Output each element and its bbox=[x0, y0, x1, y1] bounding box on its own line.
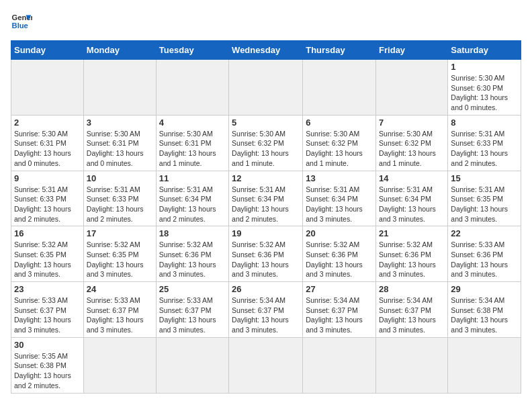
day-of-week-header: Saturday bbox=[448, 41, 521, 60]
day-info: Sunrise: 5:34 AM Sunset: 6:37 PM Dayligh… bbox=[306, 295, 373, 335]
calendar-cell bbox=[229, 337, 303, 393]
day-info: Sunrise: 5:30 AM Sunset: 6:31 PM Dayligh… bbox=[159, 129, 226, 169]
calendar-cell: 4Sunrise: 5:30 AM Sunset: 6:31 PM Daylig… bbox=[156, 115, 228, 171]
day-number: 24 bbox=[87, 284, 153, 294]
day-number: 5 bbox=[232, 118, 300, 128]
day-info: Sunrise: 5:33 AM Sunset: 6:36 PM Dayligh… bbox=[451, 240, 518, 279]
calendar-week-row: 2Sunrise: 5:30 AM Sunset: 6:31 PM Daylig… bbox=[11, 115, 521, 171]
day-of-week-header: Monday bbox=[83, 41, 156, 60]
calendar-week-row: 30Sunrise: 5:35 AM Sunset: 6:38 PM Dayli… bbox=[11, 337, 521, 393]
page-header: General Blue bbox=[11, 11, 521, 32]
calendar-cell: 13Sunrise: 5:31 AM Sunset: 6:34 PM Dayli… bbox=[303, 171, 376, 226]
day-info: Sunrise: 5:31 AM Sunset: 6:33 PM Dayligh… bbox=[451, 129, 518, 169]
day-info: Sunrise: 5:31 AM Sunset: 6:34 PM Dayligh… bbox=[306, 185, 373, 224]
calendar-cell: 7Sunrise: 5:30 AM Sunset: 6:32 PM Daylig… bbox=[376, 115, 448, 171]
calendar-week-row: 23Sunrise: 5:33 AM Sunset: 6:37 PM Dayli… bbox=[11, 282, 521, 338]
calendar-cell bbox=[156, 337, 228, 393]
calendar-body: 1Sunrise: 5:30 AM Sunset: 6:30 PM Daylig… bbox=[11, 60, 521, 394]
calendar-cell: 5Sunrise: 5:30 AM Sunset: 6:32 PM Daylig… bbox=[229, 115, 303, 171]
day-number: 16 bbox=[14, 228, 81, 238]
day-info: Sunrise: 5:32 AM Sunset: 6:36 PM Dayligh… bbox=[306, 240, 373, 279]
day-number: 29 bbox=[451, 284, 518, 294]
day-info: Sunrise: 5:32 AM Sunset: 6:36 PM Dayligh… bbox=[379, 240, 445, 279]
calendar-cell: 24Sunrise: 5:33 AM Sunset: 6:37 PM Dayli… bbox=[83, 282, 156, 338]
calendar-cell: 6Sunrise: 5:30 AM Sunset: 6:32 PM Daylig… bbox=[303, 115, 376, 171]
calendar-cell: 11Sunrise: 5:31 AM Sunset: 6:34 PM Dayli… bbox=[156, 171, 228, 226]
calendar-cell: 2Sunrise: 5:30 AM Sunset: 6:31 PM Daylig… bbox=[11, 115, 84, 171]
day-number: 4 bbox=[159, 118, 226, 128]
day-of-week-header: Thursday bbox=[303, 41, 376, 60]
day-number: 6 bbox=[306, 118, 373, 128]
day-info: Sunrise: 5:31 AM Sunset: 6:33 PM Dayligh… bbox=[14, 185, 81, 224]
calendar-cell: 17Sunrise: 5:32 AM Sunset: 6:35 PM Dayli… bbox=[83, 226, 156, 282]
day-number: 11 bbox=[159, 173, 226, 183]
day-info: Sunrise: 5:31 AM Sunset: 6:34 PM Dayligh… bbox=[379, 185, 445, 224]
day-info: Sunrise: 5:34 AM Sunset: 6:37 PM Dayligh… bbox=[379, 295, 445, 335]
day-number: 12 bbox=[232, 173, 300, 183]
calendar-cell: 20Sunrise: 5:32 AM Sunset: 6:36 PM Dayli… bbox=[303, 226, 376, 282]
logo: General Blue bbox=[11, 11, 32, 32]
calendar-cell bbox=[448, 337, 521, 393]
calendar-cell: 12Sunrise: 5:31 AM Sunset: 6:34 PM Dayli… bbox=[229, 171, 303, 226]
day-info: Sunrise: 5:32 AM Sunset: 6:35 PM Dayligh… bbox=[14, 240, 81, 279]
day-number: 21 bbox=[379, 228, 445, 238]
calendar-cell: 27Sunrise: 5:34 AM Sunset: 6:37 PM Dayli… bbox=[303, 282, 376, 338]
calendar-cell: 16Sunrise: 5:32 AM Sunset: 6:35 PM Dayli… bbox=[11, 226, 84, 282]
day-number: 26 bbox=[232, 284, 300, 294]
day-info: Sunrise: 5:31 AM Sunset: 6:34 PM Dayligh… bbox=[232, 185, 300, 224]
calendar-header-row: SundayMondayTuesdayWednesdayThursdayFrid… bbox=[11, 41, 521, 60]
calendar-cell: 30Sunrise: 5:35 AM Sunset: 6:38 PM Dayli… bbox=[11, 337, 84, 393]
calendar-cell bbox=[11, 60, 84, 116]
day-info: Sunrise: 5:32 AM Sunset: 6:36 PM Dayligh… bbox=[232, 240, 300, 279]
day-number: 18 bbox=[159, 228, 226, 238]
day-number: 30 bbox=[14, 340, 81, 350]
calendar-cell: 19Sunrise: 5:32 AM Sunset: 6:36 PM Dayli… bbox=[229, 226, 303, 282]
calendar-table: SundayMondayTuesdayWednesdayThursdayFrid… bbox=[11, 40, 521, 394]
calendar-cell bbox=[83, 337, 156, 393]
calendar-week-row: 16Sunrise: 5:32 AM Sunset: 6:35 PM Dayli… bbox=[11, 226, 521, 282]
day-info: Sunrise: 5:35 AM Sunset: 6:38 PM Dayligh… bbox=[14, 351, 81, 391]
day-info: Sunrise: 5:34 AM Sunset: 6:37 PM Dayligh… bbox=[232, 295, 300, 335]
calendar-cell bbox=[229, 60, 303, 116]
day-info: Sunrise: 5:32 AM Sunset: 6:35 PM Dayligh… bbox=[87, 240, 153, 279]
day-number: 8 bbox=[451, 118, 518, 128]
calendar-cell: 28Sunrise: 5:34 AM Sunset: 6:37 PM Dayli… bbox=[376, 282, 448, 338]
day-info: Sunrise: 5:34 AM Sunset: 6:38 PM Dayligh… bbox=[451, 295, 518, 335]
calendar-cell bbox=[376, 60, 448, 116]
day-info: Sunrise: 5:33 AM Sunset: 6:37 PM Dayligh… bbox=[14, 295, 81, 335]
day-info: Sunrise: 5:30 AM Sunset: 6:31 PM Dayligh… bbox=[14, 129, 81, 169]
day-info: Sunrise: 5:32 AM Sunset: 6:36 PM Dayligh… bbox=[159, 240, 226, 279]
calendar-cell: 8Sunrise: 5:31 AM Sunset: 6:33 PM Daylig… bbox=[448, 115, 521, 171]
day-info: Sunrise: 5:31 AM Sunset: 6:34 PM Dayligh… bbox=[159, 185, 226, 224]
calendar-week-row: 9Sunrise: 5:31 AM Sunset: 6:33 PM Daylig… bbox=[11, 171, 521, 226]
day-info: Sunrise: 5:30 AM Sunset: 6:30 PM Dayligh… bbox=[451, 73, 518, 113]
calendar-cell: 18Sunrise: 5:32 AM Sunset: 6:36 PM Dayli… bbox=[156, 226, 228, 282]
calendar-cell bbox=[303, 60, 376, 116]
day-number: 13 bbox=[306, 173, 373, 183]
calendar-week-row: 1Sunrise: 5:30 AM Sunset: 6:30 PM Daylig… bbox=[11, 60, 521, 116]
day-number: 19 bbox=[232, 228, 300, 238]
calendar-cell: 25Sunrise: 5:33 AM Sunset: 6:37 PM Dayli… bbox=[156, 282, 228, 338]
day-of-week-header: Wednesday bbox=[229, 41, 303, 60]
calendar-cell bbox=[303, 337, 376, 393]
day-info: Sunrise: 5:31 AM Sunset: 6:35 PM Dayligh… bbox=[451, 185, 518, 224]
calendar-cell: 10Sunrise: 5:31 AM Sunset: 6:33 PM Dayli… bbox=[83, 171, 156, 226]
calendar-cell bbox=[83, 60, 156, 116]
calendar-cell: 15Sunrise: 5:31 AM Sunset: 6:35 PM Dayli… bbox=[448, 171, 521, 226]
day-info: Sunrise: 5:33 AM Sunset: 6:37 PM Dayligh… bbox=[87, 295, 153, 335]
calendar-cell: 1Sunrise: 5:30 AM Sunset: 6:30 PM Daylig… bbox=[448, 60, 521, 116]
calendar-cell bbox=[376, 337, 448, 393]
day-number: 28 bbox=[379, 284, 445, 294]
calendar-cell: 23Sunrise: 5:33 AM Sunset: 6:37 PM Dayli… bbox=[11, 282, 84, 338]
calendar-cell: 21Sunrise: 5:32 AM Sunset: 6:36 PM Dayli… bbox=[376, 226, 448, 282]
day-of-week-header: Tuesday bbox=[156, 41, 228, 60]
day-info: Sunrise: 5:33 AM Sunset: 6:37 PM Dayligh… bbox=[159, 295, 226, 335]
day-number: 20 bbox=[306, 228, 373, 238]
logo-icon: General Blue bbox=[11, 11, 32, 32]
calendar-cell: 3Sunrise: 5:30 AM Sunset: 6:31 PM Daylig… bbox=[83, 115, 156, 171]
calendar-cell: 9Sunrise: 5:31 AM Sunset: 6:33 PM Daylig… bbox=[11, 171, 84, 226]
day-number: 2 bbox=[14, 118, 81, 128]
day-number: 15 bbox=[451, 173, 518, 183]
calendar-cell: 22Sunrise: 5:33 AM Sunset: 6:36 PM Dayli… bbox=[448, 226, 521, 282]
day-number: 14 bbox=[379, 173, 445, 183]
